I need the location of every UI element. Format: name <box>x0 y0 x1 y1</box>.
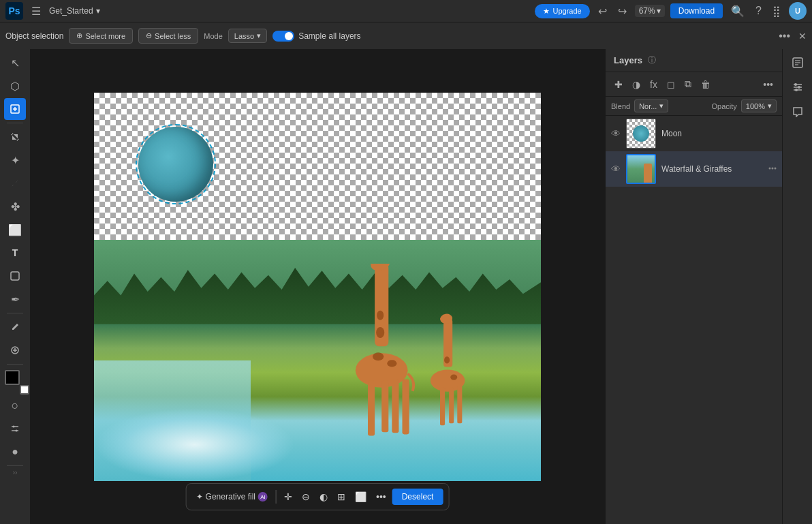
layer-item[interactable]: 👁 Moon <box>606 116 782 151</box>
layers-more-button[interactable]: ••• <box>760 77 777 92</box>
layer-item[interactable]: 👁 Waterfall & Giraffes <box>606 151 782 187</box>
deselect-button[interactable]: Deselect <box>392 489 443 505</box>
new-layer-button[interactable]: ✚ <box>611 77 626 92</box>
blend-mode-select[interactable]: Nor... ▾ <box>634 99 668 112</box>
layers-info-icon[interactable]: ⓘ <box>648 55 656 66</box>
canvas-area[interactable]: ✦ Generative fill AI ✛ ⊖ ◐ ⊞ ⬜ ••• Desel… <box>30 49 605 524</box>
svg-point-38 <box>794 83 797 86</box>
mode-select[interactable]: Lasso ▾ <box>228 29 267 43</box>
svg-point-30 <box>775 167 777 169</box>
more-button[interactable]: ••• <box>373 488 390 506</box>
topbar: Ps ☰ Get_Started ▾ ★ Upgrade ↩ ↪ 67% ▾ D… <box>0 0 812 22</box>
toggle-switch[interactable] <box>272 31 294 42</box>
svg-rect-24 <box>450 388 454 424</box>
sample-all-layers-toggle[interactable]: Sample all layers <box>272 31 360 42</box>
chevron-down-icon: ▾ <box>659 102 663 110</box>
expand-tools-icon[interactable]: ›› <box>13 469 18 476</box>
object-select-tool-button[interactable] <box>4 98 26 120</box>
zoom-control[interactable]: 67% ▾ <box>635 5 665 17</box>
comments-button[interactable] <box>787 101 809 123</box>
waterfall-spray <box>94 408 295 480</box>
spot-heal-button[interactable]: ✦ <box>4 149 26 171</box>
blend-label: Blend <box>611 102 630 110</box>
select-less-button[interactable]: ⊖ Select less <box>138 28 198 44</box>
help-button[interactable]: ? <box>753 3 764 18</box>
layer-visibility-toggle[interactable]: 👁 <box>611 128 621 139</box>
apps-button[interactable]: ⣿ <box>770 3 783 19</box>
clone-stamp-button[interactable]: ✤ <box>4 196 26 217</box>
move-tool-button[interactable]: ↖ <box>4 52 26 74</box>
right-icon-strip <box>782 49 812 524</box>
doc-title[interactable]: Get_Started ▾ <box>49 6 100 16</box>
delete-layer-button[interactable]: 🗑 <box>698 77 714 92</box>
hamburger-menu-icon[interactable]: ☰ <box>29 3 44 19</box>
chevron-down-icon: ▾ <box>657 6 661 16</box>
svg-rect-23 <box>440 388 445 426</box>
select-more-button[interactable]: ⊕ Select more <box>69 28 133 44</box>
layers-panel-content: Layers ⓘ ✚ ◑ fx ◻ ⧉ 🗑 ••• Blend Nor... ▾… <box>606 49 782 524</box>
svg-point-17 <box>377 311 384 320</box>
svg-point-26 <box>444 357 450 364</box>
subtract-button[interactable]: ⊖ <box>298 488 313 506</box>
chevron-down-icon: ▾ <box>257 31 261 40</box>
transform-button[interactable]: ✛ <box>281 488 296 506</box>
ellipse-tool[interactable]: ● <box>4 441 26 463</box>
pen-tool-button[interactable]: ✒ <box>4 288 26 310</box>
moon-preview <box>633 125 649 142</box>
close-options-button[interactable]: ✕ <box>798 31 807 42</box>
foreground-color[interactable] <box>5 370 20 385</box>
giraffe-preview <box>644 164 652 183</box>
floating-toolbar: ✦ Generative fill AI ✛ ⊖ ◐ ⊞ ⬜ ••• Desel… <box>186 483 450 510</box>
scene-overlay <box>94 93 541 481</box>
svg-point-39 <box>798 86 800 89</box>
svg-point-40 <box>795 89 798 91</box>
canvas <box>94 93 541 481</box>
mode-label: Mode <box>204 32 223 40</box>
layer-visibility-toggle[interactable]: 👁 <box>611 164 621 174</box>
expand-selection-button[interactable]: ⊞ <box>334 488 349 506</box>
type-tool-button[interactable]: T <box>4 242 26 264</box>
svg-rect-15 <box>403 380 409 435</box>
color-swatch-area[interactable] <box>5 370 25 390</box>
layer-mask-button[interactable]: ◻ <box>663 77 678 92</box>
opacity-input[interactable]: 100% ▾ <box>741 99 777 112</box>
circle-tool[interactable]: ○ <box>4 395 26 416</box>
layer-options-icon[interactable] <box>768 164 777 174</box>
svg-point-18 <box>373 353 384 361</box>
svg-rect-25 <box>458 386 463 424</box>
generative-fill-button[interactable]: ✦ Generative fill AI <box>192 489 272 504</box>
layer-name: Moon <box>661 129 777 138</box>
upgrade-button[interactable]: ★ Upgrade <box>535 4 589 18</box>
landscape-layer <box>94 240 541 480</box>
svg-point-5 <box>13 426 15 428</box>
ai-badge: AI <box>258 492 268 502</box>
crop-tool-button[interactable] <box>4 126 26 148</box>
layers-header: Layers ⓘ <box>606 49 782 72</box>
brush-tool-button[interactable] <box>4 172 26 194</box>
download-button[interactable]: Download <box>670 3 723 18</box>
user-avatar[interactable]: U <box>789 2 807 20</box>
search-button[interactable]: 🔍 <box>728 3 747 19</box>
invert-button[interactable]: ◐ <box>316 488 331 506</box>
background-color[interactable] <box>20 385 29 395</box>
properties-panel-button[interactable] <box>787 52 809 74</box>
adjustments-button[interactable] <box>787 76 809 98</box>
eyedropper-tool-button[interactable] <box>4 316 26 338</box>
layer-effects-button[interactable]: fx <box>646 77 661 92</box>
undo-button[interactable]: ↩ <box>595 3 610 19</box>
options-more-button[interactable]: ••• <box>776 29 793 44</box>
sample-all-layers-label: Sample all layers <box>298 31 360 41</box>
shape-tool-button[interactable] <box>4 265 26 287</box>
feather-button[interactable]: ⬜ <box>352 488 370 506</box>
healing-tool-button[interactable] <box>4 339 26 361</box>
adjustment-layer-button[interactable]: ◑ <box>629 77 644 92</box>
layers-list: 👁 Moon 👁 Waterfall & Giraffes <box>606 116 782 524</box>
layers-toolbar: ✚ ◑ fx ◻ ⧉ 🗑 ••• <box>606 72 782 97</box>
adjust-tool[interactable] <box>4 418 26 440</box>
layer-group-button[interactable]: ⧉ <box>681 76 695 92</box>
chevron-down-icon: ▾ <box>768 102 772 110</box>
eraser-tool-button[interactable]: ⬜ <box>4 219 26 241</box>
redo-button[interactable]: ↪ <box>615 3 629 19</box>
options-bar: Object selection ⊕ Select more ⊖ Select … <box>0 22 812 49</box>
lasso-tool-button[interactable]: ⬡ <box>4 75 26 97</box>
